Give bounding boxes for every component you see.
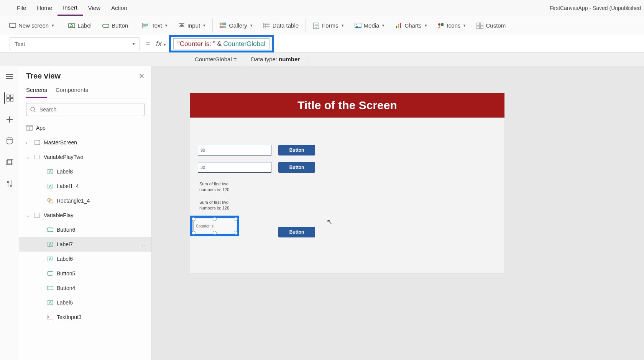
tree-item-label: VariablePlay <box>44 212 74 218</box>
separator <box>61 19 61 33</box>
datatable-icon <box>263 22 270 29</box>
button-icon <box>47 227 54 232</box>
tree-item-label7[interactable]: Label7 … <box>19 237 151 252</box>
svg-rect-3 <box>103 24 109 27</box>
menubar: File Home Insert View Action FirstCanvas… <box>0 0 644 16</box>
treeview-icon[interactable] <box>4 92 15 104</box>
chevron-down-icon: ▾ <box>133 41 135 46</box>
tab-screens[interactable]: Screens <box>26 83 47 98</box>
svg-rect-14 <box>224 23 226 25</box>
insert-input-button[interactable]: Input ▾ <box>173 16 211 35</box>
forms-icon <box>313 22 320 29</box>
canvas-input-2[interactable] <box>198 162 271 173</box>
tree-item-label8[interactable]: Label8 <box>19 164 151 179</box>
insert-media-button[interactable]: Media ▾ <box>349 16 390 35</box>
close-icon[interactable]: ✕ <box>139 72 145 80</box>
menu-insert[interactable]: Insert <box>58 0 83 16</box>
canvas-button-2[interactable]: Button <box>278 162 315 173</box>
tree-search[interactable] <box>26 103 145 116</box>
property-selector[interactable]: Text ▾ <box>10 37 140 50</box>
resize-handle[interactable] <box>192 217 196 221</box>
menu-view[interactable]: View <box>83 1 106 15</box>
menu-action[interactable]: Action <box>106 1 133 15</box>
canvas-input-1[interactable] <box>198 145 271 155</box>
insert-custom-label: Custom <box>486 22 506 29</box>
tree-item-rectangle1-4[interactable]: Rectangle1_4 <box>19 193 151 208</box>
insert-button-button[interactable]: Button <box>97 16 133 35</box>
tab-components[interactable]: Components <box>56 83 88 98</box>
tree-item-label: App <box>36 125 46 131</box>
tree-item-label: MasterScreen <box>44 139 77 146</box>
tree-search-input[interactable] <box>39 106 140 113</box>
tree-item-label: Label8 <box>57 169 73 175</box>
insert-datatable-button[interactable]: Data table <box>258 16 304 35</box>
svg-rect-44 <box>10 95 13 97</box>
screen-icon <box>34 213 41 218</box>
caret-right-icon[interactable]: › <box>26 140 31 145</box>
design-screen[interactable]: Title of the Screen Button Button Sum of… <box>190 93 504 273</box>
data-icon[interactable] <box>4 135 15 147</box>
svg-rect-33 <box>441 23 444 26</box>
more-icon[interactable]: … <box>140 241 151 247</box>
tree-item-label5[interactable]: Label5 <box>19 295 151 310</box>
chevron-down-icon: ▾ <box>165 23 168 28</box>
hamburger-icon[interactable] <box>4 71 15 82</box>
resize-handle[interactable] <box>213 231 217 235</box>
svg-rect-36 <box>480 23 483 25</box>
canvas-button-3[interactable]: Button <box>278 227 315 237</box>
resize-handle[interactable] <box>213 217 217 221</box>
insert-text-button[interactable]: Text ▾ <box>137 16 173 35</box>
tree-item-label1-4[interactable]: Label1_4 <box>19 179 151 193</box>
insert-custom-button[interactable]: Custom <box>471 16 511 35</box>
menu-file[interactable]: File <box>12 1 31 15</box>
menu-home[interactable]: Home <box>31 1 58 15</box>
tree-item-variableplaytwo[interactable]: ⌄ VariablePlayTwo <box>19 150 151 164</box>
formula-highlight-callout: "Counter is: " & CounterGlobal <box>169 35 274 52</box>
formula-input[interactable]: "Counter is: " & CounterGlobal <box>173 38 269 49</box>
canvas-label7-control[interactable]: Counter is: <box>193 219 236 233</box>
tree-item-label6[interactable]: Label6 <box>19 252 151 266</box>
insert-icons-button[interactable]: Icons ▾ <box>432 16 472 35</box>
media-rail-icon[interactable] <box>4 157 15 168</box>
tree-item-app[interactable]: App <box>19 121 151 135</box>
svg-rect-31 <box>400 23 401 28</box>
resize-handle[interactable] <box>234 231 238 235</box>
insert-label-button[interactable]: Label <box>63 16 97 35</box>
screen-title-bar[interactable]: Title of the Screen <box>190 93 504 118</box>
insert-gallery-button[interactable]: Gallery ▾ <box>214 16 258 35</box>
chevron-down-icon: ▾ <box>203 23 205 28</box>
gallery-icon <box>220 22 227 29</box>
insert-input-label: Input <box>187 22 200 29</box>
tree-item-button5[interactable]: Button5 <box>19 266 151 281</box>
svg-rect-38 <box>480 26 483 29</box>
canvas-sum-label-1[interactable]: Sum of first two numbers is: 120 <box>199 181 238 193</box>
formula-operator-segment: & <box>215 40 223 47</box>
fx-label[interactable]: fx ▾ <box>156 39 169 48</box>
app-title-label: FirstCanvasApp - Saved (Unpublished <box>550 5 644 11</box>
tree-list[interactable]: App › MasterScreen ⌄ VariablePlayTwo Lab… <box>19 121 151 360</box>
label-icon <box>47 242 54 247</box>
insert-forms-button[interactable]: Forms ▾ <box>307 16 349 35</box>
canvas-area[interactable]: Title of the Screen Button Button Sum of… <box>152 66 644 360</box>
plus-icon[interactable] <box>4 114 15 125</box>
tree-item-button6[interactable]: Button6 <box>19 223 151 237</box>
svg-point-51 <box>7 181 9 183</box>
tools-icon[interactable] <box>4 178 15 190</box>
canvas-sum-label-2[interactable]: Sum of first two numbers is: 120 <box>199 200 238 211</box>
tree-item-masterscreen[interactable]: › MasterScreen <box>19 135 151 150</box>
tree-item-button4[interactable]: Button4 <box>19 281 151 295</box>
svg-rect-1 <box>12 27 13 28</box>
insert-charts-button[interactable]: Charts ▾ <box>390 16 432 35</box>
caret-down-icon[interactable]: ⌄ <box>26 155 31 160</box>
svg-rect-61 <box>34 155 40 159</box>
tree-item-variableplay[interactable]: ⌄ VariablePlay <box>19 208 151 223</box>
caret-down-icon[interactable]: ⌄ <box>26 213 31 218</box>
tree-item-textinput3[interactable]: TextInput3 <box>19 310 151 324</box>
canvas-button-1[interactable]: Button <box>278 145 315 155</box>
resize-handle[interactable] <box>192 231 196 235</box>
resize-handle[interactable] <box>234 217 238 221</box>
label-icon <box>47 256 54 262</box>
chevron-down-icon: ▾ <box>382 23 384 28</box>
new-screen-button[interactable]: New screen ▾ <box>4 16 59 35</box>
insert-charts-label: Charts <box>404 22 421 29</box>
